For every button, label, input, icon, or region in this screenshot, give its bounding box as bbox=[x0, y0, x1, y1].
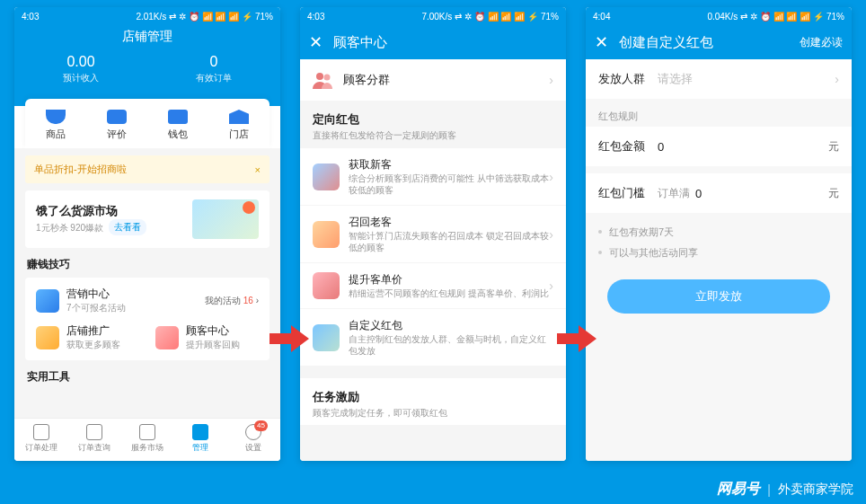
chevron-right-icon: › bbox=[549, 73, 553, 87]
status-time: 4:04 bbox=[593, 12, 610, 22]
status-time: 4:03 bbox=[307, 12, 324, 22]
wallet-icon bbox=[168, 110, 188, 124]
recall-icon bbox=[313, 221, 340, 248]
item-new-customers[interactable]: 获取新客综合分析顾客到店消费的可能性 从中筛选获取成本较低的顾客 › bbox=[300, 147, 566, 205]
megaphone-icon bbox=[36, 326, 59, 349]
search-doc-icon bbox=[86, 424, 102, 440]
header: ✕ 创建自定义红包 创建必读 bbox=[586, 25, 852, 59]
item-custom-redpacket[interactable]: 自定义红包自主控制红包的发放人群、金额与时机，自定义红包发放 bbox=[300, 308, 566, 366]
item-increase-order-value[interactable]: 提升客单价精细运营不同顾客的红包规则 提高客单价、利润比 › bbox=[300, 262, 566, 308]
row-threshold[interactable]: 红包门槛 订单满 0 元 bbox=[586, 173, 852, 213]
row-customer-center[interactable]: 顾客中心 提升顾客回购 bbox=[155, 323, 259, 351]
tab-store[interactable]: 门店 bbox=[208, 110, 270, 141]
nav-service-market[interactable]: 服务市场 bbox=[120, 419, 173, 461]
must-read-link[interactable]: 创建必读 bbox=[800, 35, 843, 50]
page-title: 顾客中心 bbox=[333, 34, 387, 51]
page-title: 店铺管理 bbox=[14, 29, 280, 45]
amount-input[interactable]: 0 bbox=[658, 140, 828, 154]
tab-reviews[interactable]: 评价 bbox=[86, 110, 147, 141]
settings-badge: 45 bbox=[254, 420, 268, 431]
chevron-right-icon: › bbox=[549, 279, 553, 293]
section-targeted-redpacket: 定向红包 直接将红包发给符合一定规则的顾客 bbox=[300, 101, 566, 147]
my-activities-link[interactable]: 我的活动 16 › bbox=[205, 295, 259, 307]
close-icon[interactable]: ✕ bbox=[309, 32, 323, 52]
item-recall-customers[interactable]: 召回老客智能计算门店流失顾客的召回成本 锁定召回成本较低的顾客 › bbox=[300, 205, 566, 262]
bowl-icon bbox=[46, 110, 66, 124]
shop-icon bbox=[192, 424, 208, 440]
bottom-nav: 订单处理 订单查询 服务市场 管理 设置45 bbox=[14, 418, 280, 461]
threshold-input[interactable]: 0 bbox=[695, 187, 828, 200]
row-amount[interactable]: 红包金额 0 元 bbox=[586, 127, 852, 166]
chevron-right-icon: › bbox=[549, 170, 553, 184]
stat-orders[interactable]: 0 有效订单 bbox=[147, 54, 280, 84]
banner-marketplace[interactable]: 饿了么货源市场 1元秒杀 920爆款 去看看 bbox=[25, 190, 270, 248]
header: ✕ 顾客中心 bbox=[300, 25, 566, 59]
cell-customer-groups[interactable]: 顾客分群 › bbox=[300, 59, 566, 101]
new-customer-icon bbox=[313, 164, 340, 190]
status-right: 2.01K/s ⇄ ✲ ⏰ 📶 📶 📶 ⚡ 71% bbox=[136, 12, 273, 22]
rule-section-title: 红包规则 bbox=[586, 99, 852, 127]
screen-create-redpacket: 4:04 0.04K/s⇄ ✲ ⏰ 📶 📶 📶 ⚡71% ✕ 创建自定义红包 创… bbox=[586, 7, 852, 461]
chat-icon bbox=[107, 110, 127, 124]
row-marketing-center[interactable]: 营销中心 7个可报名活动 我的活动 16 › bbox=[36, 287, 259, 314]
heart-icon bbox=[155, 326, 179, 349]
chevron-right-icon: › bbox=[549, 227, 553, 242]
price-icon bbox=[313, 272, 340, 299]
screen-store-management: 4:03 2.01K/s ⇄ ✲ ⏰ 📶 📶 📶 ⚡ 71% 店铺管理 0.00… bbox=[14, 7, 280, 461]
arrow-icon bbox=[557, 325, 596, 352]
row-audience[interactable]: 发放人群 请选择 › bbox=[586, 59, 852, 99]
notice-bar[interactable]: 单品折扣-开始招商啦 × bbox=[25, 155, 270, 183]
status-bar: 4:03 2.01K/s ⇄ ✲ ⏰ 📶 📶 📶 ⚡ 71% bbox=[14, 7, 280, 25]
status-bar: 4:04 0.04K/s⇄ ✲ ⏰ 📶 📶 📶 ⚡71% bbox=[586, 7, 852, 25]
nav-order-query[interactable]: 订单查询 bbox=[67, 419, 120, 461]
tab-products[interactable]: 商品 bbox=[25, 110, 86, 141]
screen-customer-center: 4:03 7.00K/s⇄ ✲ ⏰ 📶 📶 📶 ⚡71% ✕ 顾客中心 顾客分群… bbox=[300, 7, 566, 461]
chevron-right-icon: › bbox=[835, 72, 839, 86]
watermark: 网易号 | 外卖商家学院 bbox=[717, 480, 853, 499]
custom-icon bbox=[313, 324, 340, 351]
banner-cta[interactable]: 去看看 bbox=[109, 219, 146, 235]
page-title: 创建自定义红包 bbox=[619, 34, 800, 51]
nav-manage[interactable]: 管理 bbox=[174, 419, 227, 461]
top-tabs: 商品 评价 钱包 门店 bbox=[25, 99, 270, 148]
svg-point-1 bbox=[324, 75, 331, 81]
section-title-tools: 实用工具 bbox=[27, 369, 268, 385]
banner-image bbox=[192, 199, 259, 239]
tab-wallet[interactable]: 钱包 bbox=[147, 110, 208, 141]
people-icon bbox=[313, 71, 334, 89]
store-icon bbox=[229, 110, 249, 124]
bag-icon bbox=[139, 424, 155, 440]
arrow-icon bbox=[270, 325, 309, 352]
close-icon[interactable]: ✕ bbox=[595, 32, 608, 52]
submit-button[interactable]: 立即发放 bbox=[607, 279, 830, 314]
status-bar: 4:03 7.00K/s⇄ ✲ ⏰ 📶 📶 📶 ⚡71% bbox=[300, 7, 566, 25]
svg-point-0 bbox=[316, 73, 323, 80]
stat-income[interactable]: 0.00 预计收入 bbox=[14, 54, 147, 84]
close-icon[interactable]: × bbox=[255, 164, 261, 175]
nav-settings[interactable]: 设置45 bbox=[227, 419, 280, 461]
nav-order-process[interactable]: 订单处理 bbox=[14, 419, 67, 461]
section-title-earn: 赚钱技巧 bbox=[27, 257, 268, 272]
cube-icon bbox=[36, 289, 59, 313]
rule-notes: 红包有效期7天 可以与其他活动同享 bbox=[586, 213, 852, 267]
status-time: 4:03 bbox=[22, 12, 39, 22]
section-task-incentive: 任务激励 顾客完成制定任务，即可领取红包 bbox=[300, 371, 566, 425]
header: 店铺管理 0.00 预计收入 0 有效订单 bbox=[14, 25, 280, 106]
list-icon bbox=[33, 424, 49, 440]
row-store-promotion[interactable]: 店铺推广 获取更多顾客 bbox=[36, 323, 139, 351]
